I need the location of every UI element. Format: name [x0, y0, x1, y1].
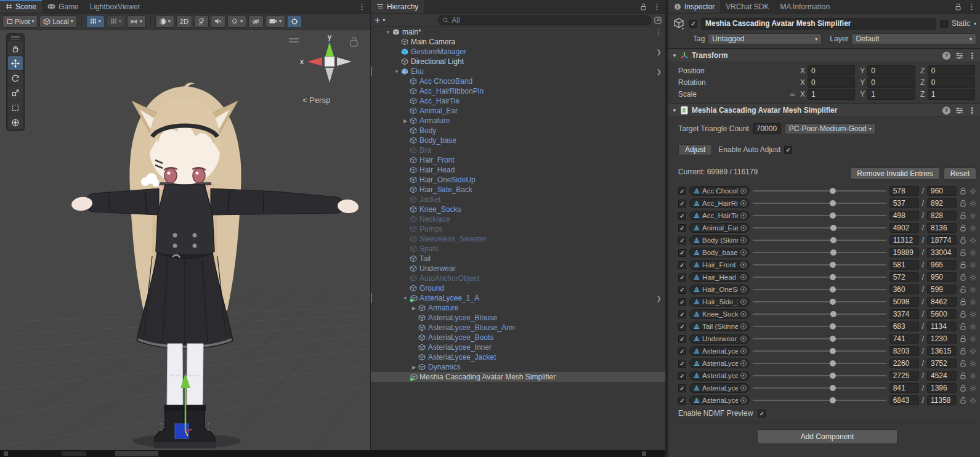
hierarchy-row[interactable]: Underwear	[371, 264, 665, 273]
slider-thumb[interactable]	[830, 249, 836, 256]
entry-settings-icon[interactable]	[970, 323, 976, 330]
ndmf-preview-checkbox[interactable]: ✓	[758, 410, 766, 418]
object-picker-icon[interactable]	[740, 286, 747, 293]
entry-enabled-checkbox[interactable]: ✓	[678, 273, 686, 281]
foldout-closed-icon[interactable]: ▶	[410, 365, 418, 370]
hierarchy-row[interactable]: AsteriaLycee_Inner	[371, 342, 665, 352]
position-x-field[interactable]: 0	[808, 65, 855, 76]
entry-ratio-slider[interactable]	[753, 198, 886, 208]
entry-lock-icon[interactable]	[960, 384, 966, 392]
entry-lock-icon[interactable]	[960, 187, 966, 195]
slider-thumb[interactable]	[830, 237, 836, 243]
slider-thumb[interactable]	[830, 336, 836, 342]
entry-settings-icon[interactable]	[970, 299, 976, 305]
position-y-field[interactable]: 0	[867, 65, 915, 76]
create-object-caret-icon[interactable]: ▾	[383, 17, 385, 23]
quality-preset-dropdown[interactable]: PC-Poor-Medium-Good▾	[785, 123, 876, 134]
entry-object-field[interactable]: Body (Skinr	[689, 235, 750, 245]
scale-tool[interactable]	[8, 86, 23, 100]
entry-enabled-checkbox[interactable]: ✓	[678, 372, 686, 380]
orientation-gizmo[interactable]: y x < Persp	[298, 32, 362, 105]
gameobject-icon[interactable]	[672, 17, 686, 30]
hierarchy-row[interactable]: Main Camera	[371, 37, 665, 47]
tab-scene[interactable]: Scene	[0, 0, 42, 13]
entry-total-count-field[interactable]: 18774	[927, 235, 957, 245]
entry-object-field[interactable]: Acc_HairRit	[689, 198, 750, 208]
entry-ratio-slider[interactable]	[753, 322, 886, 331]
static-checkbox[interactable]	[940, 20, 948, 28]
entry-settings-icon[interactable]	[970, 237, 976, 244]
entry-object-field[interactable]: Knee_Sock:	[689, 309, 750, 319]
hierarchy-row[interactable]: Knee_Socks	[371, 204, 665, 214]
slider-thumb[interactable]	[830, 348, 836, 354]
open-in-window-icon[interactable]	[654, 17, 662, 24]
entry-ratio-slider[interactable]	[753, 383, 886, 393]
tab-lightboxviewer[interactable]: LightboxViewer	[84, 0, 146, 13]
grid-visibility-toggle-button[interactable]: ▾	[86, 15, 105, 28]
entry-current-count-field[interactable]: 4902	[889, 223, 919, 233]
hierarchy-row[interactable]: ▶Armature	[371, 303, 665, 313]
transform-foldout-icon[interactable]: ▼	[672, 53, 677, 59]
entry-enabled-checkbox[interactable]: ✓	[678, 397, 686, 405]
slider-thumb[interactable]	[830, 385, 836, 391]
hierarchy-row[interactable]: Ground	[371, 283, 665, 293]
entry-current-count-field[interactable]: 683	[889, 322, 919, 331]
entry-lock-icon[interactable]	[960, 347, 966, 355]
entry-current-count-field[interactable]: 498	[889, 211, 919, 220]
entry-ratio-slider[interactable]	[753, 297, 886, 307]
tools-drag-handle[interactable]	[11, 36, 20, 39]
hierarchy-lock-icon[interactable]	[640, 3, 647, 10]
entry-total-count-field[interactable]: 5600	[927, 309, 957, 319]
entry-lock-icon[interactable]	[960, 273, 966, 281]
entry-settings-icon[interactable]	[970, 311, 976, 318]
rotation-x-field[interactable]: 0	[808, 77, 855, 88]
hierarchy-row[interactable]: AsteriaLycee_Blouse_Arm	[371, 323, 665, 333]
object-picker-icon[interactable]	[740, 310, 747, 318]
tab-ma-information[interactable]: MA Information	[774, 0, 835, 13]
hierarchy-row[interactable]: Acc_HairRibbonPin	[371, 86, 665, 96]
entry-current-count-field[interactable]: 360	[889, 285, 919, 294]
inspector-lock-icon[interactable]	[955, 3, 962, 10]
entry-settings-icon[interactable]	[970, 360, 976, 367]
scale-z-field[interactable]: 1	[928, 89, 975, 100]
entry-total-count-field[interactable]: 1230	[927, 334, 957, 344]
gameobject-active-checkbox[interactable]: ✓	[689, 20, 697, 28]
entry-current-count-field[interactable]: 578	[889, 186, 919, 196]
entry-settings-icon[interactable]	[970, 212, 976, 219]
entry-lock-icon[interactable]	[960, 261, 966, 269]
entry-ratio-slider[interactable]	[753, 248, 886, 257]
entry-settings-icon[interactable]	[970, 385, 976, 392]
slider-thumb[interactable]	[830, 212, 836, 219]
entry-lock-icon[interactable]	[960, 360, 966, 367]
entry-enabled-checkbox[interactable]: ✓	[678, 249, 686, 257]
entry-enabled-checkbox[interactable]: ✓	[678, 286, 686, 294]
pivot-mode-dropdown-button[interactable]: Pivot▾	[2, 15, 38, 28]
entry-object-field[interactable]: Hair_OneSi(	[689, 285, 750, 294]
simplifier-foldout-icon[interactable]: ▼	[672, 108, 677, 113]
rotation-y-field[interactable]: 0	[867, 77, 915, 88]
entry-object-field[interactable]: Underwear	[689, 334, 750, 344]
hierarchy-row[interactable]: Body_base	[371, 135, 665, 145]
object-picker-icon[interactable]	[740, 397, 747, 404]
hierarchy-menu-icon[interactable]: ⋮	[653, 2, 661, 10]
entry-current-count-field[interactable]: 3374	[889, 309, 919, 319]
entry-lock-icon[interactable]	[960, 249, 966, 256]
entry-object-field[interactable]: Tail (Skinne	[689, 322, 750, 331]
slider-thumb[interactable]	[830, 225, 836, 231]
entry-ratio-slider[interactable]	[753, 260, 886, 270]
entry-enabled-checkbox[interactable]: ✓	[678, 335, 686, 343]
simplifier-component-header[interactable]: ▼ # Meshia Cascading Avatar Mesh Simplif…	[668, 103, 980, 117]
hierarchy-row[interactable]: Tail	[371, 254, 665, 264]
entry-settings-icon[interactable]	[970, 274, 976, 281]
object-picker-icon[interactable]	[740, 298, 747, 305]
entry-ratio-slider[interactable]	[753, 346, 886, 356]
hierarchy-row[interactable]: ▼main*⋮	[371, 27, 665, 37]
hierarchy-row[interactable]: Spats	[371, 244, 665, 254]
scene-header-menu-icon[interactable]: ⋮	[655, 28, 662, 36]
visibility-toggle-button[interactable]	[248, 15, 264, 28]
entry-total-count-field[interactable]: 828	[927, 211, 957, 220]
entry-settings-icon[interactable]	[970, 348, 976, 355]
transform-component-header[interactable]: ▼ Transform ? ⋮	[668, 49, 980, 62]
open-prefab-arrow-icon[interactable]: ❯	[657, 295, 662, 302]
scale-link-icon[interactable]: ∞	[788, 91, 798, 98]
